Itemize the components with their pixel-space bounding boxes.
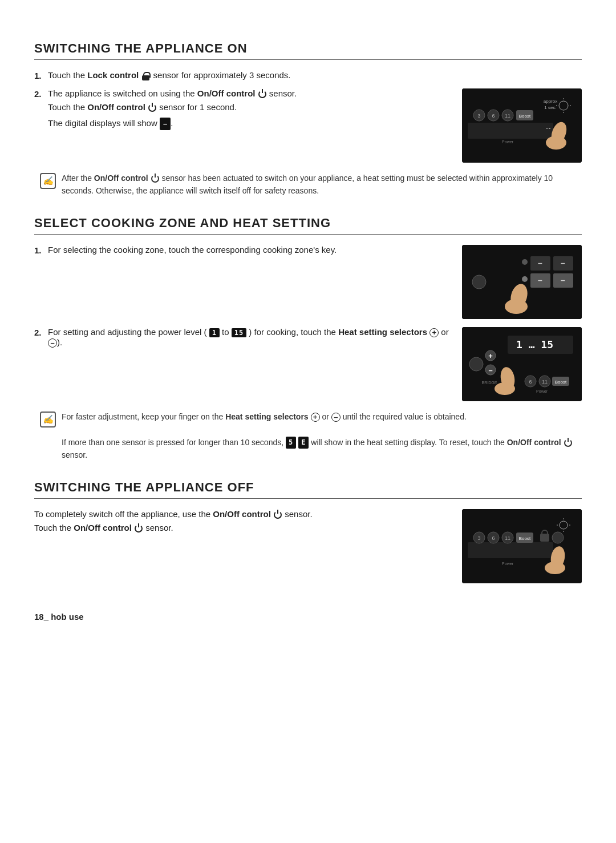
svg-text:6: 6 xyxy=(492,113,495,119)
cooktop-image-2: – – – – xyxy=(462,245,582,319)
svg-rect-63 xyxy=(540,534,549,542)
note-text-1: After the On/Off control sensor has been… xyxy=(62,172,576,197)
svg-rect-1 xyxy=(468,123,553,139)
svg-rect-54 xyxy=(468,542,553,558)
note-icon-1: ✍ xyxy=(40,173,56,189)
switching-off-title: SWITCHING THE APPLIANCE OFF xyxy=(34,480,582,499)
svg-point-32 xyxy=(472,275,486,289)
note-plus-icon: + xyxy=(311,413,320,422)
step-1-select-zone: 1. For selecting the cooking zone, touch… xyxy=(34,245,582,319)
step-2-select-zone: 2. For setting and adjusting the power l… xyxy=(34,327,582,401)
select-zone-title: SELECT COOKING ZONE AND HEAT SETTING xyxy=(34,216,582,235)
svg-text:approx: approx xyxy=(544,99,557,104)
svg-text:Boost: Boost xyxy=(519,536,531,541)
svg-text:Power: Power xyxy=(536,389,548,393)
step-num-1: 1. xyxy=(34,70,48,80)
svg-text:3: 3 xyxy=(477,535,480,541)
onoff-off-label-2: On/Off control xyxy=(74,523,132,533)
step-2-content: The appliance is switched on using the O… xyxy=(48,88,582,163)
step-2-zone-content: For setting and adjusting the power leve… xyxy=(48,327,582,401)
dash-display: – xyxy=(160,118,171,131)
svg-point-19 xyxy=(546,136,566,150)
error-display-e: E xyxy=(298,437,309,449)
step-2-sub: Touch the On/Off control sensor for 1 se… xyxy=(48,100,451,114)
plus-selector: + xyxy=(429,328,439,337)
svg-point-73 xyxy=(545,562,565,574)
onoff-control-label-2: On/Off control xyxy=(87,102,145,112)
switching-on-section: SWITCHING THE APPLIANCE ON 1. Touch the … xyxy=(34,41,582,197)
step-1-content: Touch the Lock control sensor for approx… xyxy=(48,70,582,80)
step-2-display-text: The digital displays will show –. xyxy=(48,116,451,130)
select-zone-section: SELECT COOKING ZONE AND HEAT SETTING 1. … xyxy=(34,216,582,462)
switching-off-content: To completely switch off the appliance, … xyxy=(34,509,582,583)
svg-point-38 xyxy=(469,357,483,371)
lock-icon xyxy=(142,72,149,80)
power-icon-note xyxy=(151,175,159,183)
onoff-control-label: On/Off control xyxy=(197,88,256,98)
lock-control-label: Lock control xyxy=(87,70,139,80)
svg-text:1 … 15: 1 … 15 xyxy=(516,338,553,350)
power-icon-3 xyxy=(564,439,572,447)
svg-point-65 xyxy=(552,532,564,543)
page-footer: 18_ hob use xyxy=(34,612,582,622)
step-num-zone-1: 1. xyxy=(34,245,48,255)
step-2-zone-text: For setting and adjusting the power leve… xyxy=(48,327,451,348)
to-text: to xyxy=(222,327,232,337)
svg-text:+: + xyxy=(488,352,493,360)
onoff-off-label: On/Off control xyxy=(213,509,271,519)
switching-off-section: SWITCHING THE APPLIANCE OFF To completel… xyxy=(34,480,582,583)
svg-text:11: 11 xyxy=(505,113,510,119)
note-select-zone: ✍ For faster adjustment, keep your finge… xyxy=(34,410,582,462)
note-minus-icon: – xyxy=(331,413,341,422)
step-1-zone-content: For selecting the cooking zone, touch th… xyxy=(48,245,582,319)
svg-text:1 sec.: 1 sec. xyxy=(544,105,556,110)
svg-text:–: – xyxy=(538,276,542,285)
svg-text:–: – xyxy=(561,276,565,285)
power-level-low: 1 xyxy=(209,328,220,337)
svg-text:6: 6 xyxy=(529,379,532,385)
power-icon-off-2 xyxy=(135,525,143,533)
svg-text:–: – xyxy=(488,366,492,374)
error-display-5: 5 xyxy=(286,437,296,449)
power-icon-off xyxy=(274,511,282,519)
heat-setting-label: Heat setting selectors xyxy=(338,327,427,337)
cooktop-image-4: 3 6 11 Boost Power xyxy=(462,509,582,583)
step-1-switching-on: 1. Touch the Lock control sensor for app… xyxy=(34,70,582,80)
note-icon-2: ✍ xyxy=(40,412,56,427)
svg-point-52 xyxy=(495,382,515,395)
svg-text:–: – xyxy=(538,259,542,268)
svg-text:11: 11 xyxy=(505,535,510,541)
svg-text:Power: Power xyxy=(502,140,514,144)
switching-off-text: To completely switch off the appliance, … xyxy=(34,509,451,535)
note-onoff-reset-label: On/Off control xyxy=(507,438,561,447)
svg-text:11: 11 xyxy=(542,379,548,385)
svg-point-34 xyxy=(505,299,528,314)
step-num-zone-2: 2. xyxy=(34,327,48,337)
step-2-text: The appliance is switched on using the O… xyxy=(48,88,451,130)
svg-text:Boost: Boost xyxy=(519,114,531,119)
note-text-2: For faster adjustment, keep your finger … xyxy=(62,410,576,462)
note-switching-on: ✍ After the On/Off control sensor has be… xyxy=(34,172,582,197)
switching-off-sub: Touch the On/Off control sensor. xyxy=(34,521,451,535)
svg-point-31 xyxy=(522,276,528,282)
minus-selector: – xyxy=(48,338,57,348)
step-num-2: 2. xyxy=(34,88,48,99)
power-icon-1 xyxy=(258,90,266,98)
svg-point-30 xyxy=(522,259,528,265)
power-level-high: 15 xyxy=(232,328,246,337)
step-2-switching-on: 2. The appliance is switched on using th… xyxy=(34,88,582,163)
note-heat-setting-label: Heat setting selectors xyxy=(225,412,309,421)
svg-text:3: 3 xyxy=(477,113,480,119)
cooktop-image-1: 3 6 11 Boost Power approx 1 sec. xyxy=(462,88,582,163)
svg-text:BRIDGE: BRIDGE xyxy=(482,381,497,385)
switching-on-title: SWITCHING THE APPLIANCE ON xyxy=(34,41,582,60)
svg-text:6: 6 xyxy=(492,535,495,541)
svg-text:Power: Power xyxy=(502,562,514,566)
note-onoff-label: On/Off control xyxy=(94,174,148,183)
power-icon-2 xyxy=(148,104,156,112)
svg-text:–: – xyxy=(561,259,565,268)
page-number: 18_ hob use xyxy=(34,612,84,622)
cooktop-image-3: 1 … 15 + – BRIDGE 6 xyxy=(462,327,582,401)
step-1-zone-text: For selecting the cooking zone, touch th… xyxy=(48,245,451,255)
svg-text:Boost: Boost xyxy=(555,380,567,385)
